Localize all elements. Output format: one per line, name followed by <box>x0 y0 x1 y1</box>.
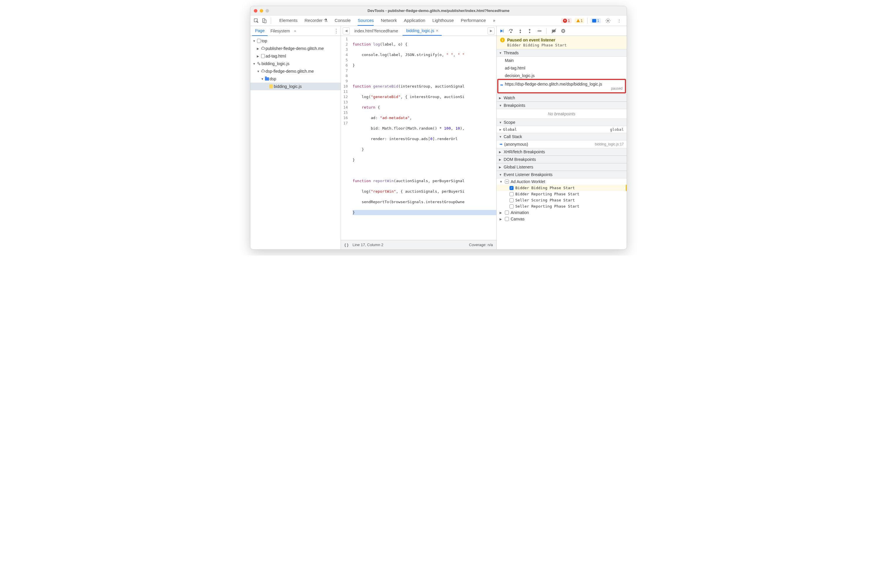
tab-lighthouse[interactable]: Lighthouse <box>432 15 454 26</box>
elb-item-seller-reporting-start[interactable]: Seller Reporting Phase Start <box>496 203 627 209</box>
line-gutter: 1234567891011121314151617 <box>341 36 350 240</box>
tab-more[interactable]: » <box>493 15 495 26</box>
svg-rect-14 <box>564 30 564 32</box>
checkbox-category[interactable] <box>505 217 509 221</box>
tree-bidding-worklet[interactable]: ▼bidding_logic.js <box>250 60 341 68</box>
cloud-icon <box>260 69 266 74</box>
nav-tab-more[interactable]: » <box>294 28 296 33</box>
editor-tab-bidding[interactable]: bidding_logic.js× <box>403 26 442 36</box>
device-toolbar-icon[interactable] <box>260 16 268 25</box>
error-badge[interactable]: ×1 <box>561 18 572 23</box>
warning-badge[interactable]: 1 <box>575 18 585 23</box>
nav-tab-filesystem[interactable]: Filesystem <box>268 26 293 36</box>
nav-tab-page[interactable]: Page <box>252 26 268 36</box>
nav-more-icon[interactable]: ⋮ <box>334 28 339 34</box>
svg-point-7 <box>511 32 511 33</box>
editor-tabs: ◀ index.html?fencedframe bidding_logic.j… <box>341 26 496 36</box>
svg-point-3 <box>607 20 609 21</box>
resume-button[interactable] <box>499 28 504 34</box>
step-out-button[interactable] <box>527 28 532 34</box>
deactivate-breakpoints-button[interactable] <box>551 28 557 34</box>
tab-console[interactable]: Console <box>334 15 350 26</box>
section-global-listeners[interactable]: ▶Global Listeners <box>496 163 627 171</box>
code-editor[interactable]: 1234567891011121314151617 function log(l… <box>341 36 496 240</box>
message-badge[interactable]: 1 <box>590 18 601 23</box>
tab-sources[interactable]: Sources <box>358 15 374 26</box>
tree-domain-dsp[interactable]: ▼dsp-fledge-demo.glitch.me <box>250 68 341 75</box>
js-file-icon <box>269 84 273 88</box>
elb-item-seller-scoring-start[interactable]: Seller Scoring Phase Start <box>496 197 627 203</box>
separator <box>587 18 588 24</box>
navigator-pane: Page Filesystem » ⋮ ▼top ▶publisher-fled… <box>250 26 341 249</box>
tree-domain-publisher[interactable]: ▶publisher-fledge-demo.glitch.me <box>250 45 341 52</box>
callstack-frame[interactable]: ➡(anonymous)bidding_logic.js:17 <box>496 140 627 148</box>
section-xhr[interactable]: ▶XHR/fetch Breakpoints <box>496 148 627 156</box>
checkbox[interactable] <box>510 192 514 196</box>
section-event-listener-breakpoints[interactable]: ▼Event Listener Breakpoints <box>496 171 627 178</box>
tab-recorder[interactable]: Recorder ⚗ <box>305 15 328 26</box>
svg-rect-13 <box>563 30 563 32</box>
nav-forward-button[interactable]: ▶ <box>487 27 495 34</box>
pretty-print-button[interactable]: { } <box>344 243 349 247</box>
tab-elements[interactable]: Elements <box>279 15 298 26</box>
checkbox[interactable]: ✓ <box>510 186 514 190</box>
main-toolbar: Elements Recorder ⚗ Console Sources Netw… <box>250 15 627 26</box>
error-icon: × <box>563 19 567 23</box>
step-into-button[interactable] <box>517 28 523 34</box>
step-over-button[interactable] <box>508 28 514 34</box>
cloud-icon <box>260 46 266 51</box>
current-thread-arrow-icon: ➡ <box>500 83 503 87</box>
svg-rect-2 <box>264 20 266 23</box>
thread-current-highlighted[interactable]: ➡ https://dsp-fledge-demo.glitch.me/dsp/… <box>497 79 626 93</box>
elb-category-canvas[interactable]: ▶Canvas <box>496 216 627 222</box>
content: Page Filesystem » ⋮ ▼top ▶publisher-fled… <box>250 26 627 249</box>
checkbox[interactable] <box>510 198 514 202</box>
thread-main[interactable]: Main <box>496 57 627 64</box>
elb-category-animation[interactable]: ▶Animation <box>496 209 627 216</box>
tab-network[interactable]: Network <box>381 15 397 26</box>
close-tab-icon[interactable]: × <box>436 28 438 33</box>
paused-detail: Bidder Bidding Phase Start <box>500 42 623 47</box>
tab-performance[interactable]: Performance <box>461 15 486 26</box>
svg-point-5 <box>259 64 260 65</box>
checkbox[interactable] <box>510 204 514 208</box>
tab-application[interactable]: Application <box>404 15 425 26</box>
flask-icon: ⚗ <box>324 18 328 23</box>
inspect-element-icon[interactable] <box>252 16 260 25</box>
section-watch[interactable]: ▶Watch <box>496 94 627 102</box>
editor-tab-index[interactable]: index.html?fencedframe <box>351 27 402 35</box>
current-frame-arrow-icon: ➡ <box>499 142 502 146</box>
elb-item-bidder-reporting-start[interactable]: Bidder Reporting Phase Start <box>496 191 627 197</box>
no-breakpoints-text: No breakpoints <box>496 109 627 118</box>
section-dom[interactable]: ▶DOM Breakpoints <box>496 156 627 163</box>
editor-pane: ◀ index.html?fencedframe bidding_logic.j… <box>341 26 496 249</box>
tree-ad-tag[interactable]: ▶ad-tag.html <box>250 52 341 60</box>
step-button[interactable] <box>536 28 542 34</box>
editor-statusbar: { } Line 17, Column 2 Coverage: n/a <box>341 240 496 249</box>
nav-back-button[interactable]: ◀ <box>343 27 350 34</box>
info-icon: i <box>500 38 505 42</box>
thread-ad-tag[interactable]: ad-tag.html <box>496 64 627 72</box>
section-breakpoints[interactable]: ▼Breakpoints <box>496 102 627 109</box>
pause-exceptions-button[interactable] <box>561 28 566 34</box>
scope-global-row[interactable]: ▶Globalglobal <box>496 126 627 133</box>
tree-file-bidding-logic[interactable]: bidding_logic.js <box>250 82 341 90</box>
section-scope[interactable]: ▼Scope <box>496 118 627 126</box>
svg-point-12 <box>561 29 565 33</box>
elb-category-ad-auction[interactable]: ▼−Ad Auction Worklet <box>496 178 627 185</box>
svg-point-9 <box>530 32 530 33</box>
frame-icon <box>257 39 260 43</box>
checkbox-category[interactable]: − <box>505 180 509 184</box>
checkbox-category[interactable] <box>505 210 509 214</box>
more-menu-icon[interactable]: ⋮ <box>615 16 623 25</box>
thread-decision-logic[interactable]: decision_logic.js <box>496 72 627 80</box>
tree-top[interactable]: ▼top <box>250 37 341 45</box>
section-callstack[interactable]: ▼Call Stack <box>496 133 627 140</box>
elb-item-bidder-bidding-start[interactable]: ✓Bidder Bidding Phase Start <box>496 185 627 191</box>
section-threads[interactable]: ▼Threads <box>496 49 627 57</box>
tree-folder-dsp[interactable]: ▼dsp <box>250 75 341 82</box>
devtools-window: DevTools - publisher-fledge-demo.glitch.… <box>250 6 627 250</box>
worklet-icon <box>256 62 262 66</box>
folder-icon <box>265 77 269 81</box>
settings-icon[interactable] <box>604 16 612 25</box>
